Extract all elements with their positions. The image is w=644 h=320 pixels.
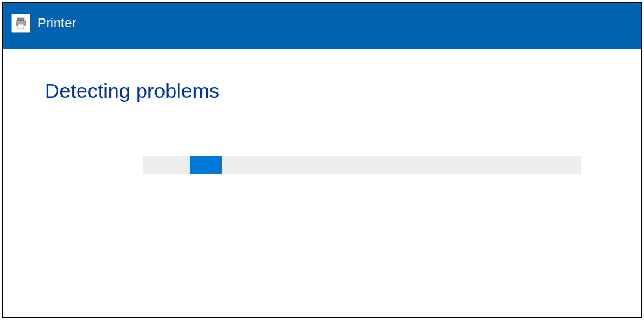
progress-bar-indicator — [190, 156, 222, 174]
content-area: Detecting problems — [3, 49, 641, 317]
svg-rect-2 — [18, 24, 24, 29]
progress-bar-track — [143, 156, 581, 174]
troubleshooter-window: Printer Detecting problems — [2, 2, 642, 318]
status-heading: Detecting problems — [45, 79, 599, 102]
window-title: Printer — [38, 14, 76, 33]
printer-icon — [11, 14, 30, 33]
svg-point-3 — [23, 22, 24, 23]
svg-rect-0 — [17, 18, 24, 21]
title-bar: Printer — [3, 3, 641, 49]
